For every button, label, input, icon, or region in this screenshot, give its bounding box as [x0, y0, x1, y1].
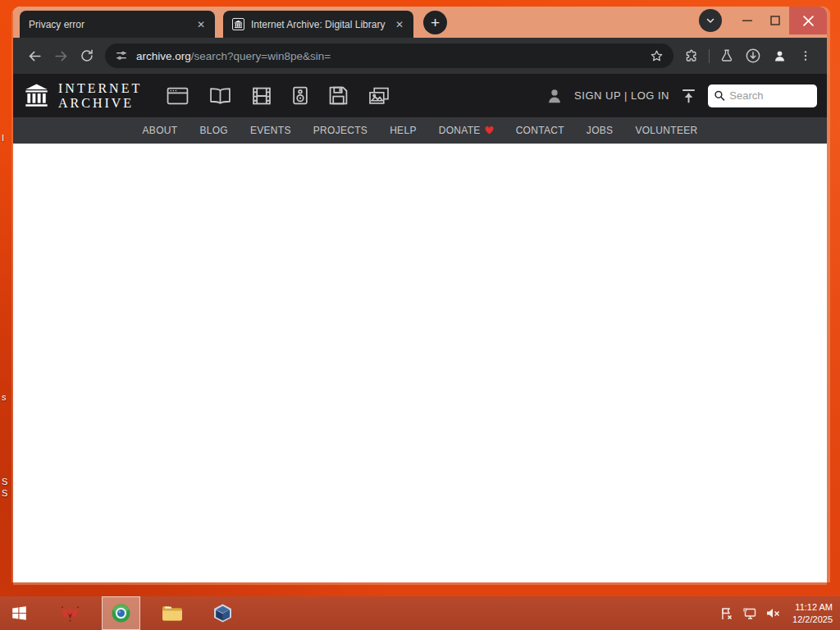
archive-logo-text[interactable]: INTERNET ARCHIVE [58, 81, 142, 110]
action-center-flag-icon[interactable] [720, 607, 733, 620]
close-window-button[interactable] [789, 7, 827, 34]
volume-muted-icon[interactable] [766, 607, 780, 619]
menu-icon[interactable] [792, 43, 819, 69]
nav-projects[interactable]: PROJECTS [313, 125, 368, 136]
close-icon[interactable]: ✕ [392, 17, 407, 32]
nav-help[interactable]: HELP [390, 125, 417, 136]
minimize-button[interactable] [733, 7, 761, 34]
page-content [13, 144, 827, 582]
taskbar-app-red[interactable] [51, 596, 89, 630]
forward-icon[interactable] [48, 43, 74, 69]
tab-privacy-error[interactable]: Privacy error ✕ [20, 11, 215, 38]
reload-icon[interactable] [74, 43, 100, 69]
taskbar: 11:12 AM 12/2/2025 [0, 596, 840, 630]
red-app-icon [60, 605, 80, 623]
labs-flask-icon[interactable] [714, 43, 740, 69]
nav-blog[interactable]: BLOG [199, 125, 228, 136]
search-icon [714, 89, 725, 103]
archive-nav: ABOUT BLOG EVENTS PROJECTS HELP DONATE C… [13, 117, 827, 144]
tab-title: Privacy error [29, 19, 187, 30]
network-icon[interactable] [742, 607, 757, 620]
taskbar-file-explorer-button[interactable] [153, 596, 191, 630]
archive-search-input[interactable] [729, 89, 811, 102]
taskbar-browser-button[interactable] [102, 596, 140, 630]
texts-icon[interactable] [209, 87, 231, 105]
signup-login-link[interactable]: SIGN UP | LOG IN [574, 89, 669, 102]
downloads-icon[interactable] [740, 43, 766, 69]
windows-logo-icon [11, 605, 28, 622]
internet-archive-favicon [232, 18, 244, 30]
heart-icon [485, 126, 494, 135]
media-type-icons [167, 86, 390, 105]
web-icon[interactable] [167, 87, 189, 105]
url-text: archive.org/search?query=win8pe&sin= [136, 50, 641, 62]
images-icon[interactable] [368, 87, 390, 105]
site-settings-icon[interactable] [115, 49, 128, 62]
toolbar-divider [709, 49, 710, 63]
nav-events[interactable]: EVENTS [250, 125, 291, 136]
nav-jobs[interactable]: JOBS [587, 125, 614, 136]
desktop-icon-label-fragment: s [2, 392, 11, 402]
taskbar-virtualbox-button[interactable] [203, 596, 242, 630]
close-icon[interactable]: ✕ [194, 17, 208, 32]
nav-about[interactable]: ABOUT [143, 125, 178, 136]
archive-header: INTERNET ARCHIVE SIGN UP | LOG IN [13, 74, 827, 117]
back-icon[interactable] [21, 43, 48, 69]
archive-search-box[interactable] [708, 84, 817, 107]
virtualbox-icon [212, 603, 233, 623]
archive-header-right: SIGN UP | LOG IN [546, 84, 817, 107]
taskbar-clock[interactable]: 11:12 AM 12/2/2025 [789, 601, 833, 626]
tab-internet-archive[interactable]: Internet Archive: Digital Library ✕ [223, 11, 413, 38]
bookmark-star-icon[interactable] [650, 49, 664, 63]
browser-app-icon [111, 603, 131, 623]
desktop-icon-label-fragment: S [2, 488, 11, 498]
maximize-button[interactable] [761, 7, 789, 34]
desktop-icon-label-fragment: S [2, 477, 11, 486]
window-controls [699, 7, 827, 34]
system-tray: 11:12 AM 12/2/2025 [720, 596, 840, 630]
desktop-icon-label-fragment: I [2, 133, 11, 143]
url-path: /search?query=win8pe&sin= [191, 50, 331, 62]
upload-icon[interactable] [680, 87, 697, 104]
software-icon[interactable] [329, 86, 348, 105]
archive-logo[interactable] [23, 82, 50, 109]
new-tab-button[interactable]: + [423, 11, 447, 34]
clock-date: 12/2/2025 [792, 614, 833, 626]
browser-toolbar: archive.org/search?query=win8pe&sin= [13, 38, 827, 74]
nav-donate[interactable]: DONATE [439, 125, 494, 136]
folder-icon [162, 604, 183, 623]
audio-icon[interactable] [292, 86, 308, 105]
user-icon [546, 87, 564, 105]
tab-title: Internet Archive: Digital Library [251, 19, 386, 30]
nav-contact[interactable]: CONTACT [516, 125, 564, 136]
nav-volunteer[interactable]: VOLUNTEER [635, 125, 697, 136]
start-button[interactable] [0, 596, 39, 630]
video-icon[interactable] [252, 87, 272, 105]
url-domain: archive.org [136, 50, 191, 62]
tab-search-button[interactable] [699, 9, 722, 32]
browser-titlebar: Privacy error ✕ Internet Archive: Digita… [13, 7, 827, 38]
url-bar[interactable]: archive.org/search?query=win8pe&sin= [105, 43, 673, 68]
extensions-icon[interactable] [678, 43, 705, 69]
clock-time: 11:12 AM [792, 601, 833, 614]
profile-icon[interactable] [766, 43, 792, 69]
browser-window: Privacy error ✕ Internet Archive: Digita… [13, 7, 827, 582]
